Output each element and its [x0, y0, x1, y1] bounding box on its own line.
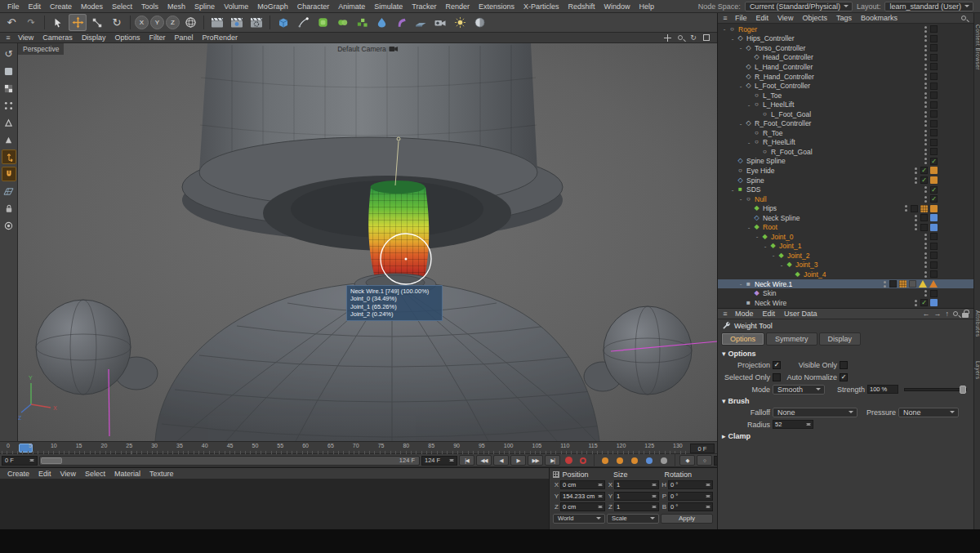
material-button[interactable] [470, 14, 488, 31]
viewport-menu-filter[interactable]: Filter [145, 32, 169, 43]
object-row[interactable]: SDS [718, 185, 973, 194]
rot-b-field[interactable]: 0 ° [668, 502, 713, 511]
enable-box[interactable] [930, 148, 938, 155]
expand-toggle-icon[interactable] [746, 224, 752, 231]
enable-box[interactable] [920, 214, 928, 221]
menu-xparticles[interactable]: X-Particles [519, 1, 564, 12]
menu-volume[interactable]: Volume [220, 1, 252, 12]
object-row[interactable]: Hips [718, 203, 973, 213]
goto-end-button[interactable]: ▶| [545, 455, 560, 466]
xpresso-tag-icon[interactable] [930, 167, 938, 174]
goto-start-button[interactable]: |◀ [459, 455, 474, 466]
next-key-button[interactable]: ▶▶ [528, 455, 543, 466]
visibility-dots[interactable] [924, 148, 928, 156]
tab-attributes[interactable]: Attributes [974, 310, 980, 337]
menu-character[interactable]: Character [293, 1, 334, 12]
previous-key-button[interactable]: ◀◀ [476, 455, 492, 466]
tab-content-browser[interactable]: Content Browser [974, 25, 980, 70]
visibility-dots[interactable] [924, 110, 928, 118]
enable-box[interactable] [930, 25, 938, 33]
snap-button[interactable] [2, 167, 16, 181]
object-row[interactable]: R_Toe [718, 128, 973, 138]
texture-mode-button[interactable] [2, 81, 16, 96]
floor-button[interactable] [412, 14, 430, 31]
object-row[interactable]: L_Foot_Controller [718, 81, 973, 91]
tab-layers[interactable]: Layers [974, 361, 980, 380]
strength-slider-handle[interactable] [960, 386, 966, 394]
enable-box[interactable] [930, 290, 938, 297]
visibility-dots[interactable] [924, 270, 928, 279]
visibility-dots[interactable] [883, 280, 887, 288]
lock-icon[interactable] [962, 313, 969, 318]
strength-slider[interactable] [904, 388, 967, 391]
om-menu-file[interactable]: File [731, 12, 751, 24]
move-tool-button[interactable] [69, 14, 87, 31]
enable-box[interactable] [930, 129, 938, 136]
menu-simulate[interactable]: Simulate [370, 1, 407, 12]
model-mode-button[interactable] [2, 64, 16, 78]
viewport-menu-cameras[interactable]: Cameras [38, 32, 77, 43]
enable-box[interactable] [889, 280, 897, 288]
enable-box[interactable] [930, 101, 938, 109]
material-menu-select[interactable]: Select [81, 468, 109, 479]
expand-toggle-icon[interactable] [729, 186, 736, 194]
play-button[interactable]: ▶ [510, 455, 526, 466]
visible-only-checkbox[interactable] [840, 361, 848, 369]
menu-tracker[interactable]: Tracker [408, 1, 440, 12]
pos-z-field[interactable]: 0 cm [560, 502, 605, 511]
enable-box[interactable] [930, 110, 938, 118]
enable-box[interactable] [920, 167, 928, 174]
object-row[interactable]: Neck Wire [718, 298, 973, 308]
rot-p-field[interactable]: 0 ° [668, 492, 713, 501]
pressure-dropdown[interactable]: None [898, 408, 959, 417]
object-row[interactable]: R_HeelLift [718, 138, 973, 148]
viewport-menu-panel[interactable]: Panel [170, 32, 197, 43]
frame-spinner[interactable] [29, 457, 34, 464]
radius-spinner[interactable] [805, 421, 811, 428]
object-row[interactable]: Spine [718, 176, 973, 185]
autokey-button[interactable] [577, 455, 590, 466]
object-row[interactable]: Torso_Controller [718, 43, 973, 53]
object-row[interactable]: R_Hand_Controller [718, 72, 973, 82]
expand-toggle-icon[interactable] [746, 101, 752, 109]
menu-select[interactable]: Select [108, 1, 136, 12]
enable-box[interactable] [920, 176, 928, 184]
auto-normalize-checkbox[interactable] [840, 373, 848, 381]
material-menu-create[interactable]: Create [3, 468, 33, 479]
expand-toggle-icon[interactable] [737, 280, 744, 288]
menu-tools[interactable]: Tools [137, 1, 163, 12]
enable-box[interactable] [930, 63, 938, 70]
previous-frame-button[interactable]: ◀ [493, 455, 509, 466]
y-axis-lock-button[interactable]: Y [150, 16, 164, 29]
visibility-dots[interactable] [924, 252, 928, 260]
strength-field[interactable]: 100 % [867, 385, 898, 394]
visibility-dots[interactable] [904, 204, 908, 212]
menu-render[interactable]: Render [441, 1, 474, 12]
visibility-dots[interactable] [924, 233, 928, 241]
om-menu-edit[interactable]: Edit [752, 12, 773, 24]
polygons-mode-button[interactable] [2, 132, 16, 147]
expand-toggle-icon[interactable] [737, 83, 744, 90]
points-mode-button[interactable] [2, 98, 16, 113]
enable-box[interactable] [920, 299, 928, 306]
enable-box[interactable] [930, 83, 938, 90]
visibility-dots[interactable] [924, 261, 928, 269]
tab-symmetry[interactable]: Symmetry [766, 332, 817, 346]
object-row[interactable]: Null [718, 194, 973, 204]
size-y-field[interactable]: 1 [614, 492, 659, 501]
layout-dropdown[interactable]: learn_standard (User) [884, 2, 973, 11]
history-back-icon[interactable]: ← [923, 310, 930, 318]
preview-range-slider[interactable]: 124 F [39, 456, 420, 466]
om-menu-view[interactable]: View [773, 12, 797, 24]
object-row[interactable]: R_Foot_Controller [718, 118, 973, 128]
expand-toggle-icon[interactable] [737, 195, 744, 203]
deformer-button[interactable] [392, 14, 410, 31]
menu-create[interactable]: Create [46, 1, 76, 12]
expand-toggle-icon[interactable] [762, 243, 768, 250]
selected-only-checkbox[interactable] [773, 373, 781, 381]
enable-box[interactable] [930, 91, 938, 99]
enable-box[interactable] [930, 73, 938, 80]
visibility-dots[interactable] [914, 176, 918, 185]
redo-button[interactable]: ↷ [22, 14, 40, 31]
tab-display[interactable]: Display [819, 332, 862, 346]
